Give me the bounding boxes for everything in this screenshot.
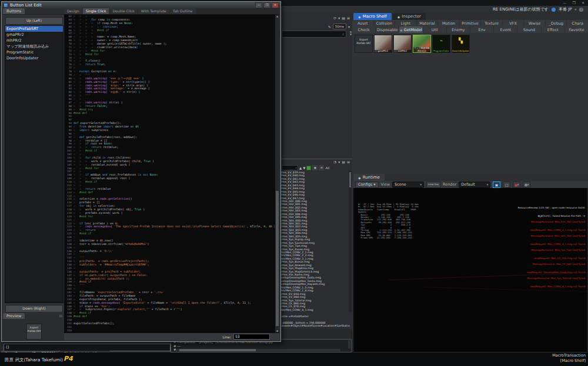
button-list-item[interactable]: ProgramStatic [5,49,63,55]
scene-select[interactable]: Scene▾ [392,182,424,188]
message-file-list[interactable]: Mes_EV_039.msgMes_EV_040.msgMes_EV_041.m… [281,171,348,312]
environment-selector[interactable]: 本番 JP [559,6,572,12]
shelf-button[interactable]: マップ関連情報読み込み [413,35,431,53]
file-list-item[interactable]: NV/Mes_CONV_4_1.msg [281,308,348,311]
editor-tab[interactable]: Design [64,8,82,14]
minimize-icon[interactable]: — [563,1,567,5]
chevron-down-icon[interactable]: ▾ [348,25,350,29]
viewport-settings-icon[interactable]: ⚙▾ [523,182,530,188]
shelf-category-tab[interactable]: _Debug [546,20,567,26]
console-hscrollbar[interactable] [176,349,340,351]
code-scrollbar[interactable]: ▲ ▼ [275,15,279,333]
button-list-item[interactable]: gmaPRr2 [5,32,63,38]
search-icon: ⌕ [342,32,345,36]
refresh-interval-chip[interactable]: 50ms [333,23,346,29]
search-input[interactable]: ⌕ [282,31,346,38]
configs-button[interactable]: Configs ▾ [355,182,379,188]
list-view-icon[interactable]: ▤ [342,160,345,164]
scroll-arrows[interactable]: ▲▼ [350,31,352,36]
editor-tab[interactable]: Single Click [83,8,109,14]
refresh-icon[interactable]: ⟳ [333,16,336,20]
file-list-scrollbar[interactable] [349,171,352,312]
preview-shelf-button[interactable]: Export Prefab SRT [26,324,42,340]
shelf-category-tab[interactable]: Check [352,26,376,33]
shelf-category-tab[interactable]: Event [494,26,517,33]
shelf-category-tab[interactable]: VFX [503,20,524,26]
console-vscrollbar[interactable] [348,340,350,348]
close-icon[interactable]: ✕ [582,1,584,5]
chevron-down-icon[interactable]: ▾ [338,16,340,20]
prev-match-icon[interactable]: ▲ [299,166,302,170]
shelf-button[interactable]: Export Prefab SRT [355,35,373,53]
shelf-category-tab[interactable]: ◉GetModel [399,26,423,33]
shelf-category-tab[interactable]: Motion [438,20,460,26]
next-match-icon[interactable]: ▼ [303,166,305,170]
button-list-item[interactable]: DoorInfoUpdater [5,55,63,61]
grid-view-icon[interactable]: ⊞ [347,160,350,164]
shelf-category-tab[interactable]: Collision [374,20,396,26]
shelf-category-tab[interactable]: Chara [567,20,588,26]
detach-icon[interactable]: ⊡ [59,313,62,319]
scroll-thumb[interactable] [276,191,279,326]
capture-icon[interactable]: ▢ [503,182,510,188]
tab-buttons[interactable]: Buttons [3,8,25,14]
render-select[interactable]: Default▾ [459,182,490,188]
editor-tab[interactable]: Double Click [109,8,137,14]
list-view-icon[interactable]: ▤ [342,16,345,20]
shelf-button[interactable]: ⌁ProgramStatic [432,35,450,53]
help-icon[interactable]: ? [579,8,583,12]
lock-icon[interactable]: ▣ [312,165,318,170]
editor-tab[interactable]: With Template [138,8,169,14]
shelf-category-tab[interactable]: Sound [517,26,541,33]
shelf-category-tab[interactable]: Primitive [460,20,482,26]
p4-logo-icon[interactable]: P4 [64,355,73,362]
window-titlebar[interactable]: Button List Edit — ❐ ✕ [2,2,280,8]
button-list-item[interactable]: ExportPrefabSRT [5,26,63,32]
tab-preview[interactable]: Preview [3,313,25,319]
chevron-down-icon[interactable]: ▾ [574,8,576,11]
shelf-category-tab[interactable]: Util [423,26,447,33]
shelf-category-tab[interactable]: Effect [542,26,565,33]
record-icon[interactable]: ●▾ [513,182,520,188]
shelf-category-tab[interactable]: Enemy [447,26,470,33]
shelf-category-tab[interactable]: Material [417,20,439,26]
maximize-icon[interactable]: ❐ [263,2,270,8]
shelf-category-tab[interactable]: Env [470,26,494,33]
shelf-category-tab[interactable]: Asset [352,20,374,26]
shelf-button[interactable]: ▚DoorInfoUpdater [452,35,470,53]
scroll-up-icon[interactable]: ▲ [275,15,279,18]
app-window-controls[interactable]: — ❐ ✕ [563,1,584,5]
button-list[interactable]: ExportPrefabSRTgmaPRr2mhPRr2マップ関連情報読み込みP… [5,25,64,303]
filter-icon[interactable]: ⊞ [319,165,324,170]
close-icon[interactable]: ✕ [272,2,279,8]
line-number-input[interactable]: 53 [233,334,270,340]
maximize-icon[interactable]: ❐ [573,1,576,5]
scroll-down-icon[interactable]: ▼ [275,330,279,333]
filter-input[interactable]: ⌕ [282,165,298,170]
minimize-icon[interactable]: — [255,2,262,8]
code-area[interactable]: 62»»»63»»»for comp in components:64»»»»i… [64,15,275,333]
shelf-category-tab[interactable]: Disposable [376,26,399,33]
move-down-button[interactable]: Down (Right) [5,305,63,313]
editor-tab[interactable]: Tab Outline [170,8,196,14]
tab-inspector[interactable]: ◈ Inspector [393,13,426,20]
shelf-category-tab[interactable]: Wwise [524,20,546,26]
pin-icon[interactable]: ◔ [333,160,336,164]
runtime-viewport[interactable]: W: 47 / 1ms Avg 16.92ms | 95 MemCopy 14.… [353,188,587,352]
chevron-down-icon[interactable]: ▾ [338,160,340,164]
display-mode-icon[interactable]: ▣ [493,182,500,188]
shelf-category-tab[interactable]: Favorite [565,26,588,33]
tab-runtime[interactable]: ◈ Runtime [353,174,385,181]
shelf-button[interactable]: gmaPRr2 [374,35,392,53]
grid-view-icon[interactable]: ⊞ [347,16,350,20]
filter-all-dropdown[interactable]: All [325,166,329,170]
shelf-button[interactable]: mhPRr2 [393,35,412,53]
button-list-item[interactable]: mhPRr2 [5,38,63,43]
shelf-category-tab[interactable]: Texture [481,20,503,26]
initial-size-button[interactable]: Initial Size [426,182,440,188]
tab-macro-shelf[interactable]: ◈ Macro Shelf [353,13,392,20]
button-list-item[interactable]: マップ関連情報読み込み [5,43,63,49]
shelf-category-tab[interactable]: Light [395,20,417,26]
edit-icon[interactable]: ✎ [328,25,331,29]
move-up-button[interactable]: Up (Left) [5,17,63,25]
